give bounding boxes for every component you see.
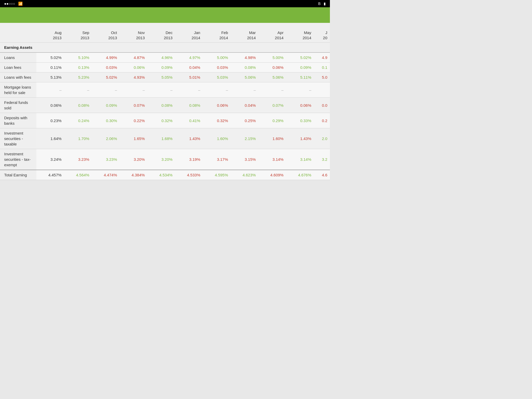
cell-value: 4.99% — [92, 52, 120, 63]
row-label: Mortgage loans held for sale — [0, 82, 36, 98]
col-header-dec2013: Dec2013 — [147, 28, 175, 43]
col-header-aug2013: Aug2013 — [36, 28, 64, 43]
cell-value: – — [258, 82, 286, 98]
cell-value: 3.24% — [36, 149, 64, 170]
cell-value — [314, 82, 330, 98]
table-row: Investment securities - tax-exempt3.24%3… — [0, 149, 330, 170]
cell-value: 5.00% — [258, 52, 286, 63]
cell-value: 0.2 — [314, 113, 330, 128]
cell-value: 0.32% — [203, 113, 231, 128]
total-cell: 4.533% — [175, 170, 203, 180]
cell-value: 5.05% — [147, 72, 175, 82]
table-row: Loans with fees5.13%5.23%5.02%4.93%5.05%… — [0, 72, 330, 82]
col-header-oct2013: Oct2013 — [92, 28, 120, 43]
section-header-label: Earning Assets — [0, 43, 330, 53]
cell-value: 0.09% — [286, 63, 314, 72]
cell-value: 0.41% — [175, 113, 203, 128]
row-label: Investment securities - taxable — [0, 128, 36, 149]
cell-value: 3.23% — [64, 149, 92, 170]
cell-value: 0.07% — [258, 98, 286, 113]
cell-value: 5.11% — [286, 72, 314, 82]
cell-value: 3.20% — [119, 149, 147, 170]
row-label: Loans — [0, 52, 36, 63]
row-label: Loans with fees — [0, 72, 36, 82]
cell-value: 0.06% — [286, 98, 314, 113]
col-header-sep2013: Sep2013 — [64, 28, 92, 43]
cell-value: 3.14% — [286, 149, 314, 170]
status-right: B ▮ — [318, 2, 326, 6]
cell-value: 0.11% — [36, 63, 64, 72]
total-cell: 4.676% — [286, 170, 314, 180]
header-bar — [0, 7, 330, 23]
cell-value: – — [92, 82, 120, 98]
total-cell: 4.457% — [36, 170, 64, 180]
total-cell: 4.623% — [231, 170, 258, 180]
col-header-nov2013: Nov2013 — [119, 28, 147, 43]
cell-value: 0.06% — [36, 98, 64, 113]
col-header-may2014: May2014 — [286, 28, 314, 43]
table-row: Mortgage loans held for sale–––––––––– — [0, 82, 330, 98]
column-headers: Aug2013Sep2013Oct2013Nov2013Dec2013Jan20… — [0, 28, 330, 43]
cell-value: 0.08% — [147, 98, 175, 113]
total-cell: 4.384% — [119, 170, 147, 180]
cell-value: 2.06% — [92, 128, 120, 149]
total-cell: 4.534% — [147, 170, 175, 180]
battery-icon: ▮ — [324, 2, 326, 6]
total-cell: 4.6 — [314, 170, 330, 180]
cell-value: 3.15% — [231, 149, 258, 170]
row-label-header — [0, 28, 36, 43]
cell-value: 4.87% — [119, 52, 147, 63]
table-row: Investment securities - taxable1.64%1.70… — [0, 128, 330, 149]
cell-value: 0.13% — [64, 63, 92, 72]
cell-value: 5.00% — [203, 52, 231, 63]
section-header-row: Earning Assets — [0, 43, 330, 53]
cell-value: 5.06% — [231, 72, 258, 82]
cell-value: 1.43% — [286, 128, 314, 149]
col-header-apr2014: Apr2014 — [258, 28, 286, 43]
wifi-icon: 📶 — [18, 2, 23, 6]
cell-value: 0.09% — [147, 63, 175, 72]
cell-value: – — [64, 82, 92, 98]
cell-value: 0.09% — [92, 98, 120, 113]
cell-value: 5.01% — [175, 72, 203, 82]
cell-value: 5.23% — [64, 72, 92, 82]
cell-value: 0.22% — [119, 113, 147, 128]
cell-value: 0.29% — [258, 113, 286, 128]
cell-value: 4.9 — [314, 52, 330, 63]
total-cell: 4.595% — [203, 170, 231, 180]
cell-value: 1.60% — [258, 128, 286, 149]
cell-value: 1.60% — [203, 128, 231, 149]
cell-value: 4.93% — [119, 72, 147, 82]
cell-value: 3.2 — [314, 149, 330, 170]
table-row: Deposits with banks0.23%0.24%0.30%0.22%0… — [0, 113, 330, 128]
cell-value: 5.02% — [92, 72, 120, 82]
col-header-feb2014: Feb2014 — [203, 28, 231, 43]
cell-value: 5.02% — [36, 52, 64, 63]
cell-value: 5.0 — [314, 72, 330, 82]
cell-value: – — [119, 82, 147, 98]
cell-value: 3.17% — [203, 149, 231, 170]
cell-value: 0.23% — [36, 113, 64, 128]
cell-value: 1.70% — [64, 128, 92, 149]
cell-value: 2.15% — [231, 128, 258, 149]
cell-value: 0.1 — [314, 63, 330, 72]
cell-value: 0.08% — [64, 98, 92, 113]
cell-value: 0.06% — [203, 98, 231, 113]
total-row-label: Total Earning — [0, 170, 36, 180]
cell-value: 0.07% — [119, 98, 147, 113]
cell-value: 2.0 — [314, 128, 330, 149]
table-row: Federal funds sold0.06%0.08%0.09%0.07%0.… — [0, 98, 330, 113]
row-label: Investment securities - tax-exempt — [0, 149, 36, 170]
cell-value: 1.68% — [147, 128, 175, 149]
cell-value: 0.25% — [231, 113, 258, 128]
signal-dots: ●●○○○ — [4, 2, 15, 6]
col-header-j20: J20 — [314, 28, 330, 43]
cell-value: 0.03% — [92, 63, 120, 72]
cell-value: – — [175, 82, 203, 98]
cell-value: 5.03% — [203, 72, 231, 82]
cell-value: 3.19% — [175, 149, 203, 170]
cell-value: 0.30% — [92, 113, 120, 128]
cell-value: 0.32% — [147, 113, 175, 128]
status-left: ●●○○○ 📶 — [4, 2, 23, 6]
cell-value: 0.08% — [175, 98, 203, 113]
